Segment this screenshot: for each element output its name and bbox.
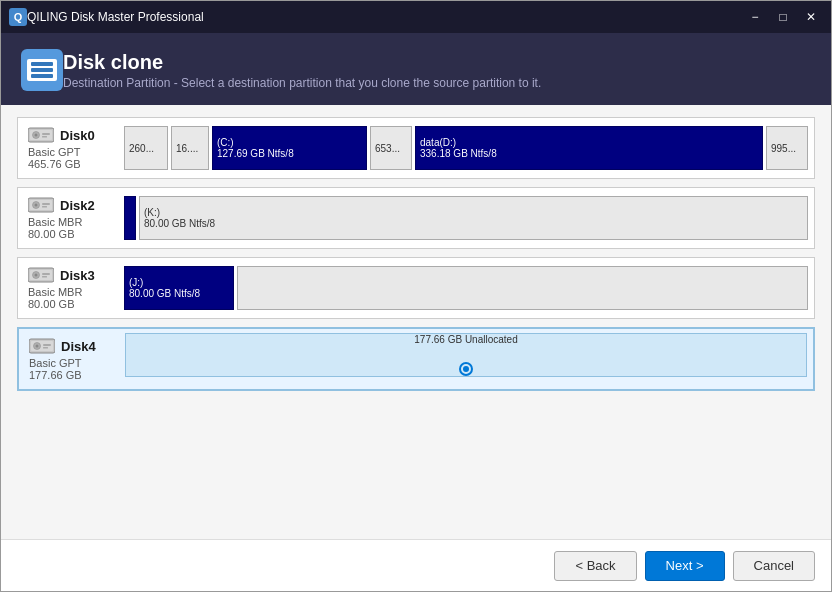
disk4-size: 177.66 GB (29, 369, 109, 381)
disk2-label: Disk2 (60, 198, 95, 213)
disk-row-disk2[interactable]: Disk2 Basic MBR 80.00 GB (K:) 80.00 GB N… (17, 187, 815, 249)
disk0-part1[interactable]: 260... (124, 126, 168, 170)
disk0-part4[interactable]: 653... (370, 126, 412, 170)
disk3-part-main[interactable]: (J:) 80.00 GB Ntfs/8 (124, 266, 234, 310)
hdd-icon-disk0 (28, 126, 54, 144)
disk3-label-row: Disk3 (28, 266, 108, 284)
svg-point-15 (35, 274, 38, 277)
svg-rect-17 (42, 276, 47, 278)
disk3-label: Disk3 (60, 268, 95, 283)
svg-rect-11 (42, 206, 47, 208)
titlebar: Q QILING Disk Master Professional − □ ✕ (1, 1, 831, 33)
disk4-unallocated-label: 177.66 GB Unallocated (414, 334, 517, 345)
disk0-part2[interactable]: 16.... (171, 126, 209, 170)
disk-row-disk4[interactable]: Disk4 Basic GPT 177.66 GB 177.66 GB Unal… (17, 327, 815, 391)
header-subtitle: Destination Partition - Select a destina… (63, 76, 541, 90)
close-button[interactable]: ✕ (799, 7, 823, 27)
header-icon (21, 49, 63, 91)
content-area: Disk0 Basic GPT 465.76 GB 260... 16.... … (1, 105, 831, 539)
disk0-part5[interactable]: data(D:) 336.18 GB Ntfs/8 (415, 126, 763, 170)
svg-point-21 (36, 345, 39, 348)
header-text: Disk clone Destination Partition - Selec… (63, 50, 541, 90)
disk2-partitions: (K:) 80.00 GB Ntfs/8 (118, 188, 814, 248)
disk0-size: 465.76 GB (28, 158, 108, 170)
disk0-info: Disk0 Basic GPT 465.76 GB (18, 118, 118, 178)
svg-rect-5 (42, 136, 47, 138)
disk2-info: Disk2 Basic MBR 80.00 GB (18, 188, 118, 248)
disk3-info: Disk3 Basic MBR 80.00 GB (18, 258, 118, 318)
disk4-type: Basic GPT (29, 357, 109, 369)
disk2-type: Basic MBR (28, 216, 108, 228)
app-icon: Q (9, 8, 27, 26)
svg-rect-4 (42, 133, 50, 135)
disk0-part3[interactable]: (C:) 127.69 GB Ntfs/8 (212, 126, 367, 170)
maximize-button[interactable]: □ (771, 7, 795, 27)
svg-rect-22 (43, 344, 51, 346)
svg-rect-23 (43, 347, 48, 349)
disk2-label-row: Disk2 (28, 196, 108, 214)
svg-rect-16 (42, 273, 50, 275)
disk2-part-small[interactable] (124, 196, 136, 240)
radio-selected (459, 362, 473, 376)
titlebar-controls: − □ ✕ (743, 7, 823, 27)
header-title: Disk clone (63, 50, 541, 74)
back-button[interactable]: < Back (554, 551, 636, 581)
disk3-type: Basic MBR (28, 286, 108, 298)
disk3-part-rest[interactable] (237, 266, 808, 310)
disk4-partitions: 177.66 GB Unallocated (119, 329, 813, 389)
disk4-unallocated[interactable]: 177.66 GB Unallocated (125, 333, 807, 377)
svg-rect-10 (42, 203, 50, 205)
disk4-label: Disk4 (61, 339, 96, 354)
svg-point-3 (35, 134, 38, 137)
footer: < Back Next > Cancel (1, 539, 831, 591)
disk0-label-row: Disk0 (28, 126, 108, 144)
cancel-button[interactable]: Cancel (733, 551, 815, 581)
titlebar-title: QILING Disk Master Professional (27, 10, 743, 24)
disk3-size: 80.00 GB (28, 298, 108, 310)
disk0-label: Disk0 (60, 128, 95, 143)
disk0-type: Basic GPT (28, 146, 108, 158)
disk0-part6[interactable]: 995... (766, 126, 808, 170)
next-button[interactable]: Next > (645, 551, 725, 581)
hdd-icon-disk3 (28, 266, 54, 284)
main-window: Q QILING Disk Master Professional − □ ✕ … (0, 0, 832, 592)
minimize-button[interactable]: − (743, 7, 767, 27)
disk0-partitions: 260... 16.... (C:) 127.69 GB Ntfs/8 653.… (118, 118, 814, 178)
hdd-icon-disk2 (28, 196, 54, 214)
disk4-info: Disk4 Basic GPT 177.66 GB (19, 329, 119, 389)
disk3-partitions: (J:) 80.00 GB Ntfs/8 (118, 258, 814, 318)
disk-row-disk3[interactable]: Disk3 Basic MBR 80.00 GB (J:) 80.00 GB N… (17, 257, 815, 319)
disk-row-disk0[interactable]: Disk0 Basic GPT 465.76 GB 260... 16.... … (17, 117, 815, 179)
hdd-icon-disk4 (29, 337, 55, 355)
disk2-size: 80.00 GB (28, 228, 108, 240)
svg-point-9 (35, 204, 38, 207)
disk2-part-main[interactable]: (K:) 80.00 GB Ntfs/8 (139, 196, 808, 240)
header: Disk clone Destination Partition - Selec… (1, 33, 831, 105)
disk4-label-row: Disk4 (29, 337, 109, 355)
